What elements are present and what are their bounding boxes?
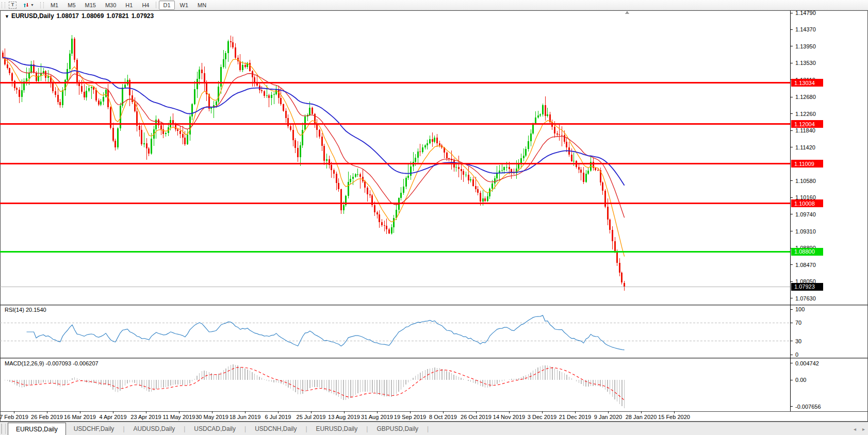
candle-body <box>326 159 327 161</box>
chart-tab-3[interactable]: AUDUSD,Daily <box>126 422 183 435</box>
rsi-axis-label: 70 <box>795 320 801 326</box>
candle-body <box>532 123 534 133</box>
price-axis-label: 1.10580 <box>795 178 816 184</box>
candle-body <box>225 53 226 59</box>
candle-body <box>199 70 200 79</box>
date-axis-label: 19 Sep 2019 <box>394 414 426 420</box>
candle-body <box>616 251 618 263</box>
date-axis-label: 28 Jan 2020 <box>626 414 657 420</box>
candle-body <box>475 186 477 190</box>
candle-body <box>2 53 4 57</box>
tabbar-grip <box>1 424 6 434</box>
chart-tab-4[interactable]: USDCAD,Daily <box>186 422 243 435</box>
candle-body <box>336 174 337 183</box>
candle-body <box>261 90 263 91</box>
candle-body <box>242 65 243 70</box>
candle-body <box>148 148 150 154</box>
candle-body <box>187 135 188 144</box>
candle-body <box>268 95 270 98</box>
candle-body <box>312 108 313 114</box>
candle-body <box>388 229 390 233</box>
price-axis-label: 1.09740 <box>795 211 816 217</box>
candle-body <box>621 273 623 282</box>
candle-body <box>571 155 572 161</box>
candle-body <box>300 145 301 158</box>
candle-body <box>290 126 291 130</box>
price-axis-label: 1.12260 <box>795 111 816 117</box>
candle-body <box>141 130 142 144</box>
candle-body <box>175 124 176 129</box>
macd-axis-label: 0.00 <box>795 377 806 383</box>
chart-tab-6[interactable]: EURUSD,Daily <box>308 422 366 435</box>
candle-body <box>55 91 56 95</box>
date-axis-label: 9 Jan 2020 <box>594 414 622 420</box>
candle-body <box>369 194 371 195</box>
tab-scroll-right-icon[interactable]: ▸ <box>859 422 868 435</box>
chart-tab-bar: EURUSD,DailyUSDCHF,Daily|AUDUSD,Daily|US… <box>0 422 868 435</box>
candle-body <box>304 116 306 130</box>
candle-body <box>160 125 162 129</box>
candle-body <box>294 140 296 148</box>
tab-scroll-left-icon[interactable]: ◂ <box>850 422 859 435</box>
chart-tab-7[interactable]: GBPUSD,Daily <box>369 422 426 435</box>
candle-body <box>463 171 464 175</box>
date-axis-label: 30 May 2019 <box>195 414 228 420</box>
chart-canvas[interactable]: 1.147901.143701.139501.135301.131101.126… <box>0 0 868 435</box>
tab-separator: | <box>304 422 308 435</box>
candle-body <box>355 174 356 176</box>
candle-body <box>539 114 541 115</box>
candle-body <box>196 79 198 89</box>
candle-body <box>585 174 587 182</box>
candle-body <box>472 179 474 186</box>
candle-body <box>244 65 246 67</box>
ohlc-high: 1.08069 <box>81 12 104 20</box>
candle-body <box>501 170 503 171</box>
price-axis-label: 1.13530 <box>795 60 816 66</box>
price-axis-label: 1.11840 <box>795 127 815 133</box>
candle-body <box>292 130 294 140</box>
candle-body <box>424 145 426 147</box>
candle-body <box>400 193 402 198</box>
candle-body <box>239 61 241 70</box>
candle-body <box>19 90 20 96</box>
candle-body <box>47 76 49 77</box>
candle-body <box>45 71 46 77</box>
date-axis-label: 21 Dec 2019 <box>559 414 591 420</box>
candle-body <box>117 128 119 147</box>
price-axis-label: 1.09310 <box>795 228 816 235</box>
candle-body <box>343 205 345 210</box>
price-tag-label: 1.08800 <box>794 248 815 255</box>
candle-body <box>612 230 613 241</box>
candle-body <box>249 63 251 71</box>
candle-body <box>602 182 603 191</box>
candle-body <box>391 227 392 233</box>
chart-tab-5[interactable]: USDCNH,Daily <box>247 422 304 435</box>
candle-body <box>583 173 584 182</box>
date-axis-label: 7 Feb 2019 <box>0 414 28 420</box>
price-axis-label: 1.14370 <box>795 26 816 32</box>
candle-body <box>530 133 532 141</box>
candle-body <box>417 152 419 158</box>
date-axis-label: 16 Mar 2019 <box>64 414 96 420</box>
candle-body <box>597 170 599 171</box>
candle-body <box>139 126 140 130</box>
date-axis-label: 3 Dec 2019 <box>528 414 556 420</box>
chart-tab-2[interactable]: USDCHF,Daily <box>66 422 122 435</box>
candle-body <box>477 189 479 193</box>
candle-body <box>98 101 100 104</box>
price-axis-label: 1.10160 <box>795 194 816 200</box>
candle-body <box>419 152 421 152</box>
candle-body <box>331 165 332 170</box>
tab-separator: | <box>183 422 186 435</box>
price-axis-label: 1.12680 <box>795 94 816 100</box>
candle-body <box>494 178 496 183</box>
candle-body <box>587 171 589 174</box>
candle-body <box>439 143 440 145</box>
candle-body <box>309 108 310 115</box>
candle-body <box>88 88 90 91</box>
candle-body <box>393 218 395 227</box>
chart-tab-1[interactable]: EURUSD,Daily <box>8 423 66 435</box>
candle-body <box>105 90 107 97</box>
mt4-workspace: T ▼ M1M5M15M30H1H4D1W1MN 1.147901.143701… <box>0 0 868 435</box>
collapse-triangle-icon[interactable]: ▼ <box>5 14 9 19</box>
